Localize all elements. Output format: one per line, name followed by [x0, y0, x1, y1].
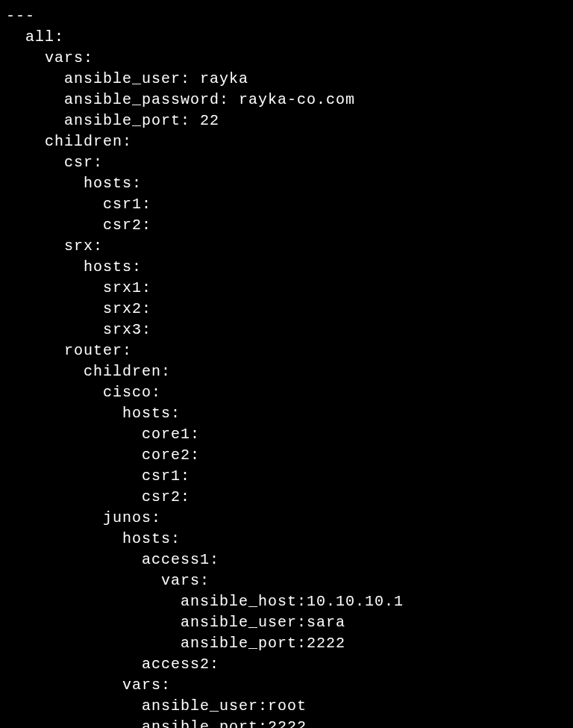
yaml-line: ansible_port:2222 [6, 717, 567, 728]
yaml-line: hosts: [6, 173, 567, 194]
yaml-line: ansible_port:2222 [6, 633, 567, 654]
yaml-line: srx1: [6, 278, 567, 299]
yaml-line: hosts: [6, 529, 567, 550]
yaml-line: vars: [6, 570, 567, 591]
yaml-line: vars: [6, 675, 567, 696]
yaml-line: csr1: [6, 194, 567, 215]
yaml-line: access2: [6, 654, 567, 675]
yaml-line: srx2: [6, 299, 567, 320]
yaml-line: junos: [6, 508, 567, 529]
yaml-line: srx3: [6, 320, 567, 340]
yaml-doc-start: --- [6, 6, 567, 27]
yaml-line: children: [6, 131, 567, 152]
yaml-line: hosts: [6, 403, 567, 424]
yaml-line: ansible_host:10.10.10.1 [6, 591, 567, 612]
yaml-line: csr2: [6, 487, 567, 508]
yaml-line: csr1: [6, 466, 567, 487]
yaml-line: ansible_port: 22 [6, 111, 567, 131]
terminal-output: --- all: vars: ansible_user: rayka ansib… [6, 6, 567, 728]
yaml-line: core1: [6, 424, 567, 445]
yaml-line: vars: [6, 48, 567, 69]
yaml-line: core2: [6, 445, 567, 466]
yaml-line: all: [6, 27, 567, 48]
yaml-line: ansible_password: rayka-co.com [6, 90, 567, 111]
yaml-line: csr: [6, 152, 567, 173]
yaml-line: router: [6, 340, 567, 361]
yaml-line: children: [6, 361, 567, 382]
yaml-line: cisco: [6, 382, 567, 403]
yaml-line: ansible_user: rayka [6, 69, 567, 90]
yaml-line: access1: [6, 550, 567, 570]
yaml-line: ansible_user:root [6, 696, 567, 717]
yaml-line: hosts: [6, 257, 567, 278]
yaml-line: ansible_user:sara [6, 612, 567, 633]
yaml-line: srx: [6, 236, 567, 257]
yaml-line: csr2: [6, 215, 567, 236]
